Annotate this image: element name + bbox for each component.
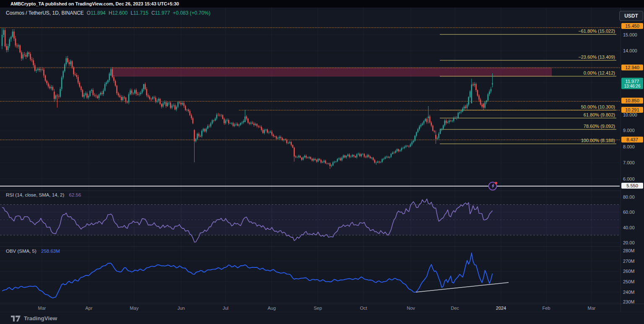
price-axis-label: 6.000 (623, 176, 635, 181)
tradingview-logo-text[interactable]: TradingView (24, 315, 57, 321)
time-axis-label: May (130, 306, 139, 311)
chart-window: AMBCrypto_TA published on TradingView.co… (0, 0, 644, 324)
price-axis-label: 20.00 (623, 240, 635, 245)
price-level-badge: 10.850 (621, 98, 643, 104)
time-axis-label: Nov (407, 306, 415, 311)
price-axis-label: 14.000 (623, 48, 637, 53)
current-price-badge: 11.97713:46:26 (621, 78, 643, 89)
fib-level-label: 100.00% (8.188) (581, 138, 615, 143)
fib-level-label: −61.80% (15.022) (578, 29, 615, 34)
time-axis-label: Apr (85, 306, 92, 311)
fib-level-label: −23.60% (13.409) (578, 54, 615, 60)
price-alert-icon[interactable] (488, 181, 498, 191)
alert-active-dot (495, 182, 497, 184)
currency-toggle-button[interactable]: USDT (619, 11, 643, 21)
price-axis-label: 280M (623, 248, 635, 253)
price-axis-label: 9.000 (623, 128, 635, 133)
time-axis-label: Jun (177, 306, 185, 311)
symbol-title[interactable]: Cosmos / TetherUS, 1D, BINANCE (6, 10, 84, 16)
time-axis-label: Dec (451, 306, 459, 311)
price-countdown: 13:46:26 (621, 84, 643, 88)
time-axis-label: Oct (360, 306, 367, 311)
price-axis-label: 260M (623, 269, 635, 274)
change-value: +0.083 (+0.70%) (173, 10, 210, 16)
price-level-badge: 12.940 (621, 65, 643, 70)
price-axis-label: 250M (623, 279, 635, 284)
obv-legend: OBV (SMA, 5) 258.63M (6, 249, 60, 254)
obv-value: 258.63M (41, 249, 60, 254)
obv-label[interactable]: OBV (SMA, 5) (6, 249, 36, 254)
price-level-badge: 5.550 (621, 183, 643, 189)
price-level-badge: 15.450 (621, 23, 643, 29)
time-axis-label: Mar (588, 306, 596, 311)
rsi-legend: RSI (14, close, SMA, 14, 2) 62.56 (6, 192, 81, 197)
price-axis-label: 240M (623, 290, 635, 295)
symbol-legend: Cosmos / TetherUS, 1D, BINANCEO11.894H12… (6, 10, 210, 16)
ohlc-val: 11.977 (155, 10, 170, 16)
time-axis-label: Sep (314, 306, 322, 311)
fib-level-label: 61.80% (9.802) (584, 112, 615, 117)
fib-level-label: 50.00% (10.300) (581, 104, 615, 109)
ohlc-val: 11.894 (91, 10, 106, 16)
ohlc-val: 11.715 (133, 10, 148, 16)
price-axis-label: 40.00 (623, 225, 635, 230)
price-level-badge: 10.291 (621, 107, 643, 113)
time-axis-label: 2024 (496, 306, 506, 311)
price-axis-label: 80.00 (623, 194, 635, 200)
ohlc-key: H (109, 10, 112, 16)
rsi-label[interactable]: RSI (14, close, SMA, 14, 2) (6, 192, 64, 197)
ohlc-val: 12.600 (112, 10, 128, 16)
chart-plot-area[interactable] (0, 0, 644, 324)
ohlc-key: C (151, 10, 155, 16)
ohlc-values: O11.894H12.600L11.715C11.977 (84, 10, 170, 16)
footer-bar: TradingView (0, 312, 644, 324)
tradingview-logo-icon[interactable] (11, 316, 21, 321)
price-axis-label: 230M (623, 299, 635, 304)
time-axis-label: Jul (223, 306, 229, 311)
price-axis-label: 8.000 (623, 144, 635, 149)
price-level-badge: 8.437 (621, 137, 643, 143)
price-axis-label: 270M (623, 259, 635, 264)
publisher-bar: AMBCrypto_TA published on TradingView.co… (0, 0, 644, 8)
time-axis-label: Feb (543, 306, 551, 311)
price-axis-label: 60.00 (623, 210, 635, 215)
time-axis-label: Mar (38, 306, 46, 311)
price-axis-label: 15.000 (623, 32, 637, 37)
fib-level-label: 0.00% (12.412) (584, 70, 615, 75)
price-axis-label: 10.000 (623, 112, 637, 117)
time-axis-label: Aug (267, 306, 276, 311)
price-axis-label: 7.000 (623, 160, 635, 165)
fib-level-label: 78.60% (9.092) (584, 124, 615, 129)
ohlc-key: O (87, 10, 91, 16)
rsi-value: 62.56 (69, 192, 81, 197)
